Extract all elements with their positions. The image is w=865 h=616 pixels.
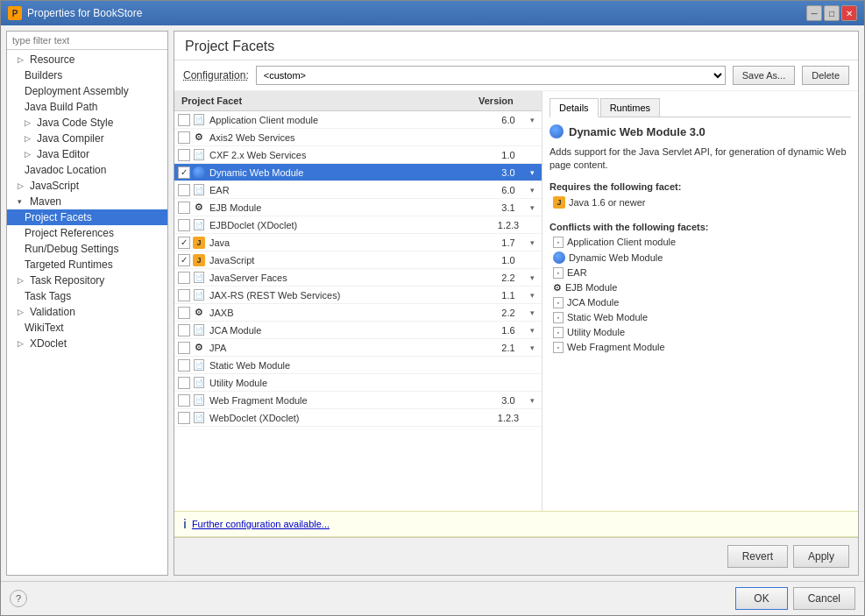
version-dropdown-arrow[interactable]: ▾ [526, 308, 538, 317]
facet-checkbox[interactable] [178, 377, 190, 389]
sidebar-item-label: Java Compiler [37, 132, 104, 145]
facet-name: Static Web Module [209, 360, 491, 371]
version-dropdown-arrow[interactable]: ▾ [526, 168, 538, 177]
sidebar-item-javadoc-location[interactable]: Javadoc Location [7, 162, 167, 178]
ok-button[interactable]: OK [735, 587, 787, 610]
save-as-button[interactable]: Save As... [733, 66, 796, 85]
version-dropdown-arrow[interactable]: ▾ [526, 273, 538, 282]
info-bar: i Further configuration available... [174, 511, 858, 537]
facet-checkbox[interactable] [178, 394, 190, 407]
filter-input[interactable] [7, 32, 167, 50]
sidebar-item-maven[interactable]: ▾ Maven [7, 194, 167, 209]
facet-name: JPA [209, 343, 491, 353]
sidebar-item-run-debug-settings[interactable]: Run/Debug Settings [7, 241, 167, 257]
version-dropdown-arrow[interactable]: ▾ [526, 291, 538, 300]
requires-item: JJava 1.6 or newer [549, 195, 851, 209]
close-button[interactable]: ✕ [841, 5, 857, 21]
maximize-button[interactable]: □ [824, 5, 840, 21]
sidebar-item-label: Javadoc Location [25, 164, 106, 176]
facet-checkbox[interactable] [178, 202, 190, 214]
main-body: ▷ Resource Builders Deployment Assembly … [1, 25, 864, 581]
details-description: Adds support for the Java Servlet API, f… [549, 145, 851, 173]
delete-button[interactable]: Delete [802, 66, 849, 85]
sidebar-item-label: Builders [25, 69, 62, 81]
facet-row[interactable]: 📄EJBDoclet (XDoclet)1.2.3 [174, 216, 542, 234]
facet-row[interactable]: 📄Application Client module6.0▾ [174, 111, 542, 129]
sidebar-item-java-build-path[interactable]: Java Build Path [7, 99, 167, 115]
version-dropdown-arrow[interactable]: ▾ [526, 116, 538, 124]
sidebar-item-targeted-runtimes[interactable]: Targeted Runtimes [7, 257, 167, 273]
main-window: P Properties for BookStore ─ □ ✕ ▷ Resou… [0, 0, 865, 616]
facet-row[interactable]: 📄JCA Module1.6▾ [174, 322, 542, 339]
facet-row[interactable]: 📄CXF 2.x Web Services1.0 [174, 146, 542, 164]
facet-version: 1.0 [491, 255, 526, 266]
conflicts-item: ⚙EJB Module [549, 281, 851, 294]
facet-icon: 📄 [192, 411, 206, 425]
sidebar-item-xdoclet[interactable]: ▷ XDoclet [7, 336, 167, 351]
sidebar-item-java-compiler[interactable]: ▷ Java Compiler [7, 131, 167, 146]
sidebar-item-label: Project Facets [25, 211, 92, 223]
sidebar-item-project-references[interactable]: Project References [7, 225, 167, 241]
facet-row[interactable]: ⚙JAXB2.2▾ [174, 304, 542, 322]
sidebar-item-wikitext[interactable]: WikiText [7, 320, 167, 336]
help-button[interactable]: ? [10, 590, 27, 607]
facet-row[interactable]: 📄WebDoclet (XDoclet)1.2.3 [174, 409, 542, 427]
facet-checkbox[interactable] [178, 114, 190, 126]
facet-row[interactable]: ⚙JPA2.1▾ [174, 339, 542, 357]
sidebar-item-java-code-style[interactable]: ▷ Java Code Style [7, 115, 167, 131]
facet-row[interactable]: 📄Web Fragment Module3.0▾ [174, 392, 542, 409]
facet-row[interactable]: 📄Static Web Module [174, 357, 542, 374]
cancel-button[interactable]: Cancel [793, 587, 855, 610]
ok-cancel-buttons: OK Cancel [735, 587, 855, 610]
facet-row[interactable]: ⚙Axis2 Web Services [174, 129, 542, 146]
facet-row[interactable]: ✓Dynamic Web Module3.0▾ [174, 164, 542, 181]
facet-checkbox[interactable] [178, 289, 190, 301]
tab-runtimes[interactable]: Runtimes [600, 98, 660, 117]
details-tabs: Details Runtimes [549, 98, 851, 117]
facet-row[interactable]: 📄Utility Module [174, 374, 542, 392]
sidebar-item-task-tags[interactable]: Task Tags [7, 288, 167, 304]
sidebar-item-builders[interactable]: Builders [7, 67, 167, 83]
sidebar-item-label: Maven [30, 195, 61, 208]
configuration-select[interactable]: <custom> [256, 66, 726, 85]
apply-button[interactable]: Apply [793, 545, 849, 568]
version-dropdown-arrow[interactable]: ▾ [526, 343, 538, 352]
facet-row[interactable]: 📄JAX-RS (REST Web Services)1.1▾ [174, 287, 542, 304]
tab-details[interactable]: Details [549, 98, 599, 117]
facet-checkbox[interactable]: ✓ [178, 254, 190, 266]
facet-checkbox[interactable] [178, 359, 190, 372]
facet-checkbox[interactable] [178, 412, 190, 424]
facet-checkbox[interactable]: ✓ [178, 166, 190, 179]
sidebar-item-java-editor[interactable]: ▷ Java Editor [7, 146, 167, 162]
sidebar-item-resource[interactable]: ▷ Resource [7, 52, 167, 67]
version-dropdown-arrow[interactable]: ▾ [526, 326, 538, 335]
col-header-version: Version [471, 94, 542, 108]
revert-button[interactable]: Revert [727, 545, 788, 568]
minimize-button[interactable]: ─ [806, 5, 822, 21]
further-config-link[interactable]: Further configuration available... [192, 519, 330, 529]
facet-row[interactable]: 📄EAR6.0▾ [174, 181, 542, 199]
sidebar-item-deployment-assembly[interactable]: Deployment Assembly [7, 83, 167, 99]
version-dropdown-arrow[interactable]: ▾ [526, 203, 538, 212]
facet-checkbox[interactable] [178, 307, 190, 319]
facet-checkbox[interactable] [178, 324, 190, 336]
facet-checkbox[interactable] [178, 149, 190, 161]
sidebar-item-validation[interactable]: ▷ Validation [7, 304, 167, 320]
version-dropdown-arrow[interactable]: ▾ [526, 186, 538, 195]
facet-checkbox[interactable] [178, 272, 190, 284]
sidebar-item-project-facets[interactable]: Project Facets [7, 209, 167, 225]
sidebar-item-task-repository[interactable]: ▷ Task Repository [7, 273, 167, 288]
facet-version: 1.6 [491, 325, 526, 336]
facet-row[interactable]: ⚙EJB Module3.1▾ [174, 199, 542, 216]
facet-row[interactable]: ✓JJavaScript1.0 [174, 251, 542, 269]
facet-checkbox[interactable] [178, 131, 190, 144]
facet-checkbox[interactable] [178, 219, 190, 231]
facet-checkbox[interactable] [178, 342, 190, 354]
version-dropdown-arrow[interactable]: ▾ [526, 396, 538, 405]
sidebar-item-javascript[interactable]: ▷ JavaScript [7, 178, 167, 194]
facet-checkbox[interactable] [178, 184, 190, 196]
facet-row[interactable]: 📄JavaServer Faces2.2▾ [174, 269, 542, 287]
facet-row[interactable]: ✓JJava1.7▾ [174, 234, 542, 251]
facet-checkbox[interactable]: ✓ [178, 237, 190, 249]
version-dropdown-arrow[interactable]: ▾ [526, 238, 538, 247]
